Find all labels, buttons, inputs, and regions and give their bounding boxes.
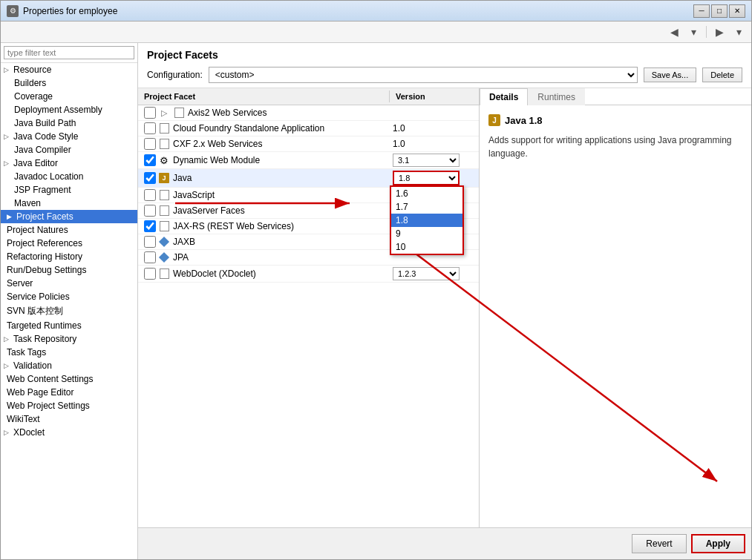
sidebar-item-resource[interactable]: ▷ Resource: [1, 63, 137, 76]
sidebar-item-web-project-settings[interactable]: Web Project Settings: [1, 399, 137, 412]
sidebar-item-label: Java Code Style: [13, 131, 78, 142]
forward-dropdown-button[interactable]: ▾: [730, 24, 747, 40]
table-row: WebDoclet (XDoclet) 1.2.3: [138, 266, 479, 283]
sidebar-item-run-debug-settings[interactable]: Run/Debug Settings: [1, 263, 137, 277]
sidebar-item-builders[interactable]: Builders: [1, 76, 137, 90]
page-doc-icon: [158, 122, 170, 134]
sidebar-item-svn[interactable]: SVN 版本控制: [1, 303, 137, 319]
maximize-button[interactable]: □: [711, 4, 728, 18]
java-version-select[interactable]: 1.8: [393, 171, 460, 185]
facet-name: Dynamic Web Module: [173, 155, 390, 165]
sidebar-item-project-facets[interactable]: ▶ Project Facets: [1, 210, 137, 223]
forward-button[interactable]: ▶: [711, 24, 728, 40]
sidebar-item-label: Builders: [14, 78, 46, 88]
facet-version: 1.2.3: [390, 267, 479, 280]
sidebar-item-maven[interactable]: Maven: [1, 197, 137, 210]
version-option-9[interactable]: 9: [391, 227, 462, 240]
sidebar-item-label: WikiText: [7, 414, 40, 424]
sidebar-item-project-references[interactable]: Project References: [1, 237, 137, 250]
version-dropdown-popup: 1.6 1.7 1.8 9 10: [390, 185, 464, 255]
title-bar: ⚙ Properties for employee ─ □ ✕: [1, 1, 751, 22]
version-option-1-7[interactable]: 1.7: [391, 200, 462, 214]
sidebar-item-javadoc-location[interactable]: Javadoc Location: [1, 170, 137, 183]
version-option-10[interactable]: 10: [391, 240, 462, 254]
facet-name: JAX-RS (REST Web Services): [173, 221, 390, 231]
facet-col-version-header: Version: [390, 90, 479, 102]
sidebar-item-label: Run/Debug Settings: [7, 265, 86, 275]
toolbar: ◀ ▾ ▶ ▾: [1, 22, 751, 43]
facet-version: 1.0: [390, 139, 479, 149]
jaxb-checkbox[interactable]: [144, 236, 156, 248]
facet-name: JAXB: [173, 237, 390, 247]
dynamic-web-checkbox[interactable]: [144, 154, 156, 166]
sidebar-item-targeted-runtimes[interactable]: Targeted Runtimes: [1, 319, 137, 332]
sidebar-item-wikitext[interactable]: WikiText: [1, 412, 137, 426]
revert-button[interactable]: Revert: [632, 534, 686, 553]
sidebar-item-label: Project Facets: [16, 211, 73, 222]
sidebar-item-deployment-assembly[interactable]: Deployment Assembly: [1, 103, 137, 116]
save-as-button[interactable]: Save As...: [644, 67, 697, 82]
sidebar-item-java-build-path[interactable]: Java Build Path: [1, 116, 137, 130]
sidebar-item-xdoclet[interactable]: ▷ XDoclet: [1, 426, 137, 439]
apply-button[interactable]: Apply: [691, 534, 745, 553]
sidebar-item-label: Web Project Settings: [7, 401, 90, 411]
sidebar-item-task-repository[interactable]: ▷ Task Repository: [1, 332, 137, 346]
version-text: 1.0: [393, 139, 405, 149]
search-input[interactable]: [4, 46, 134, 59]
back-button[interactable]: ◀: [666, 24, 682, 40]
version-option-1-6[interactable]: 1.6: [391, 187, 462, 200]
right-panel: Project Facets Configuration: <custom> S…: [138, 43, 751, 559]
version-option-1-8[interactable]: 1.8: [391, 214, 462, 227]
details-description: Adds support for writing applications us…: [488, 134, 742, 160]
java-checkbox[interactable]: [144, 172, 156, 184]
delete-button[interactable]: Delete: [702, 67, 742, 82]
page-doc-icon: [173, 107, 185, 119]
dynamic-web-version-select[interactable]: 3.1: [393, 154, 460, 167]
webdoclet-checkbox[interactable]: [144, 268, 156, 280]
sidebar-item-java-editor[interactable]: ▷ Java Editor: [1, 157, 137, 170]
minimize-button[interactable]: ─: [693, 4, 710, 18]
toolbar-separator: [706, 26, 707, 38]
jsf-checkbox[interactable]: [144, 205, 156, 217]
cxf-checkbox[interactable]: [144, 138, 156, 150]
sidebar-item-task-tags[interactable]: Task Tags: [1, 346, 137, 359]
jpa-checkbox[interactable]: [144, 251, 156, 263]
tab-details[interactable]: Details: [480, 88, 528, 105]
arrow-icon: ▷: [4, 159, 9, 167]
sidebar-item-server[interactable]: Server: [1, 277, 137, 290]
config-select[interactable]: <custom>: [209, 67, 638, 83]
gear-icon: ⚙: [158, 154, 170, 166]
sidebar-item-label: Refactoring History: [7, 251, 82, 262]
back-dropdown-button[interactable]: ▾: [685, 24, 702, 40]
sidebar-item-java-code-style[interactable]: ▷ Java Code Style: [1, 130, 137, 143]
axis2-checkbox[interactable]: [144, 107, 156, 119]
sidebar-item-web-page-editor[interactable]: Web Page Editor: [1, 386, 137, 399]
sidebar-item-coverage[interactable]: Coverage: [1, 90, 137, 103]
arrow-icon: ▶: [7, 213, 12, 220]
details-java-title: J Java 1.8: [488, 114, 742, 126]
sidebar-item-label: Java Editor: [13, 158, 58, 168]
sidebar-item-label: Service Policies: [7, 291, 70, 302]
webdoclet-version-select[interactable]: 1.2.3: [393, 267, 460, 280]
sidebar-item-project-natures[interactable]: Project Natures: [1, 223, 137, 237]
javascript-checkbox[interactable]: [144, 189, 156, 201]
diamond-icon: [158, 236, 170, 248]
details-content: J Java 1.8 Adds support for writing appl…: [480, 105, 751, 527]
jaxrs-checkbox[interactable]: [144, 220, 156, 232]
close-button[interactable]: ✕: [729, 4, 745, 18]
facet-name: JavaScript: [173, 190, 390, 200]
sidebar-item-java-compiler[interactable]: Java Compiler: [1, 143, 137, 157]
sidebar-item-service-policies[interactable]: Service Policies: [1, 290, 137, 303]
facet-version: 1.8 1.6 1.7 1.8 9 10: [390, 171, 479, 185]
title-buttons: ─ □ ✕: [693, 4, 745, 18]
cloud-foundry-checkbox[interactable]: [144, 122, 156, 134]
sidebar-item-label: Web Content Settings: [7, 374, 94, 384]
arrow-icon: ▷: [4, 362, 9, 369]
sidebar-item-refactoring-history[interactable]: Refactoring History: [1, 250, 137, 263]
sidebar-item-jsp-fragment[interactable]: JSP Fragment: [1, 183, 137, 197]
sidebar-item-label: Resource: [13, 65, 51, 75]
details-tabs: Details Runtimes: [480, 88, 751, 105]
sidebar-item-web-content-settings[interactable]: Web Content Settings: [1, 372, 137, 386]
sidebar-item-validation[interactable]: ▷ Validation: [1, 359, 137, 372]
tab-runtimes[interactable]: Runtimes: [528, 88, 585, 105]
